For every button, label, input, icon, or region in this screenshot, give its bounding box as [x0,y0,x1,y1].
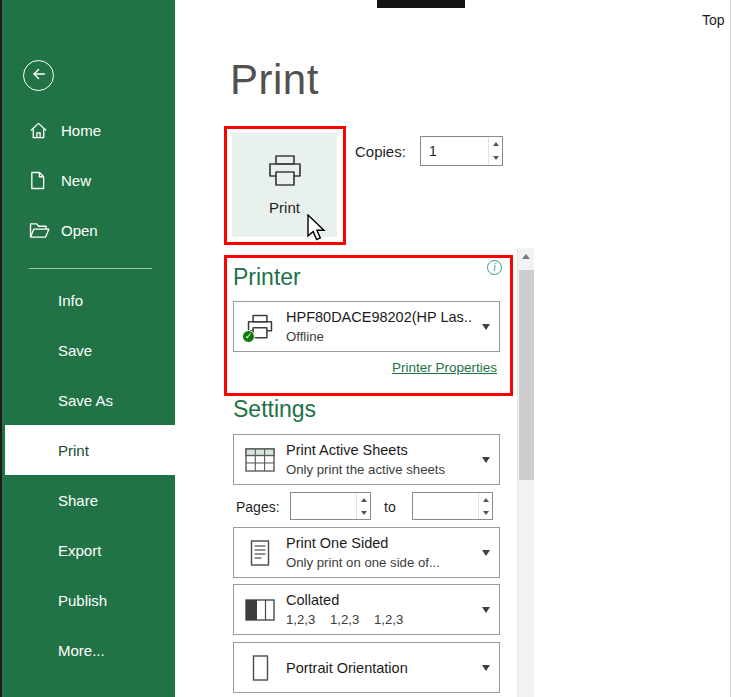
sidebar-item-label: Export [58,542,101,559]
spinner-down-icon [493,156,499,160]
printer-online-check-icon: ✓ [242,330,255,343]
chevron-down-icon [482,457,490,463]
sidebar-item-info[interactable]: Info [0,275,175,325]
orientation-dropdown[interactable]: Portrait Orientation [233,642,500,693]
sidebar-item-label: New [61,172,91,189]
page-title: Print [230,56,319,104]
spinner-down-button[interactable] [489,151,502,165]
sidebar-item-share[interactable]: Share [0,475,175,525]
one-sided-page-icon [234,540,286,566]
pages-from-field[interactable] [290,492,371,520]
settings-section-heading: Settings [233,396,316,423]
spinner-down-icon [361,511,367,515]
open-folder-icon [29,222,51,239]
settings-scrollbar[interactable] [517,248,534,697]
spinner-up-icon [361,498,367,502]
printer-device-icon: ✓ [234,314,286,340]
sidebar-item-label: Save [58,342,92,359]
chevron-down-icon [482,607,490,613]
sidebar-item-label: Info [58,292,83,309]
collated-pages-icon [234,599,286,621]
pages-from-input[interactable] [291,493,355,519]
new-file-icon [29,171,51,190]
printer-dropdown-text: HPF80DACE98202(HP Las... Offline [286,309,473,344]
dropdown-caret-area [473,607,499,613]
printer-status: Offline [286,329,473,344]
spinner-up-button[interactable] [357,493,370,506]
chevron-down-icon [482,324,490,330]
spinner-down-button[interactable] [357,506,370,519]
spinner-down-button[interactable] [479,506,492,519]
sidebar-item-publish[interactable]: Publish [0,575,175,625]
sidebar-item-home[interactable]: Home [0,105,175,155]
copies-input[interactable] [421,137,487,165]
print-what-title: Print Active Sheets [286,442,473,458]
back-button[interactable] [23,60,54,91]
sidebar-item-label: Publish [58,592,107,609]
sidebar-nav-top: Home New Open [0,105,175,255]
copies-label: Copies: [355,143,406,160]
pages-label: Pages: [236,499,280,515]
home-icon [29,121,51,140]
pages-to-label: to [384,499,396,515]
dropdown-caret-area [473,550,499,556]
sidebar-item-label: Home [61,122,101,139]
printer-name: HPF80DACE98202(HP Las... [286,309,473,325]
sidebar-item-save-as[interactable]: Save As [0,375,175,425]
collation-subtitle: 1,2,3 1,2,3 1,2,3 [286,612,473,627]
print-button[interactable]: Print [232,133,337,237]
sidebar-item-export[interactable]: Export [0,525,175,575]
duplex-text: Print One Sided Only print on one side o… [286,535,473,570]
chevron-down-icon [482,665,490,671]
spinner-up-button[interactable] [479,493,492,506]
spinner-up-icon [483,498,489,502]
print-button-label: Print [269,199,300,216]
sidebar-item-label: More... [58,642,105,659]
dropdown-caret-area [473,324,499,330]
sidebar-item-open[interactable]: Open [0,205,175,255]
print-what-dropdown[interactable]: Print Active Sheets Only print the activ… [233,434,500,485]
info-icon[interactable]: i [487,260,502,275]
pages-from-spinner [356,493,370,519]
pages-to-field[interactable] [412,492,493,520]
pages-to-spinner [478,493,492,519]
sidebar-item-label: Open [61,222,98,239]
sidebar-nav-bottom: Info Save Save As Print Share Export Pub… [0,275,175,675]
printer-icon [266,154,304,192]
duplex-dropdown[interactable]: Print One Sided Only print on one side o… [233,527,500,578]
sidebar-divider [29,268,152,269]
printer-properties-link[interactable]: Printer Properties [233,360,497,375]
sidebar-item-new[interactable]: New [0,155,175,205]
print-what-text: Print Active Sheets Only print the activ… [286,442,473,477]
scrollbar-thumb[interactable] [519,270,534,480]
spinner-up-button[interactable] [489,137,502,151]
sidebar-item-more[interactable]: More... [0,625,175,675]
collation-dropdown[interactable]: Collated 1,2,3 1,2,3 1,2,3 [233,584,500,635]
dropdown-caret-area [473,665,499,671]
cropped-ribbon-fragment [377,0,465,8]
orientation-title: Portrait Orientation [286,660,473,676]
copies-spinner [488,137,502,165]
scrollbar-up-button[interactable] [518,248,534,265]
portrait-page-icon [234,655,286,681]
printer-dropdown[interactable]: ✓ HPF80DACE98202(HP Las... Offline [233,301,500,352]
printer-section-heading: Printer [233,264,301,291]
top-cropped-text: Top [702,12,725,28]
dropdown-caret-area [473,457,499,463]
backstage-sidebar: Home New Open Info Save [0,0,175,697]
sidebar-item-label: Save As [58,392,113,409]
orientation-text: Portrait Orientation [286,660,473,676]
chevron-down-icon [482,550,490,556]
duplex-title: Print One Sided [286,535,473,551]
collation-title: Collated [286,592,473,608]
spinner-up-icon [493,142,499,146]
pages-to-input[interactable] [413,493,477,519]
spinner-down-icon [483,511,489,515]
scroll-up-icon [522,254,530,259]
copies-field[interactable] [420,136,503,166]
sheets-grid-icon [234,448,286,472]
window-left-edge [0,0,2,697]
sidebar-item-print[interactable]: Print [5,425,175,475]
collation-text: Collated 1,2,3 1,2,3 1,2,3 [286,592,473,627]
sidebar-item-save[interactable]: Save [0,325,175,375]
